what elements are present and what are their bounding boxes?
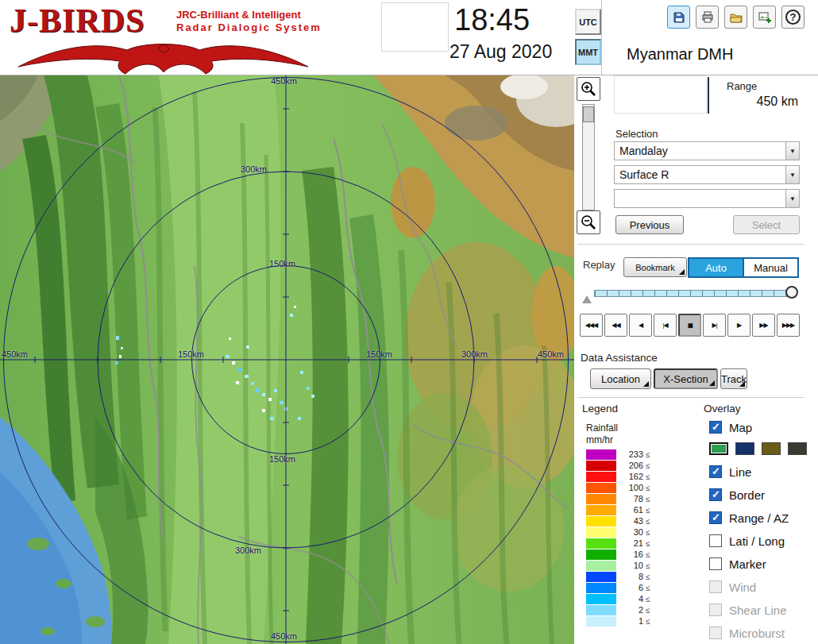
- clock-date: 27 Aug 2020: [450, 41, 552, 63]
- transport-button[interactable]: ▶|: [703, 314, 726, 337]
- zoom-out-button[interactable]: [577, 210, 600, 234]
- help-button[interactable]: ?: [781, 6, 804, 29]
- overlay-options: Map Line: [709, 419, 818, 644]
- terrain-map-image: [0, 75, 574, 644]
- legend-lte-symbol: ≤: [646, 495, 650, 503]
- legend-lte-symbol: ≤: [646, 539, 650, 548]
- data-assistance-button[interactable]: Location: [590, 368, 651, 389]
- chevron-down-icon[interactable]: [785, 166, 799, 183]
- previous-button[interactable]: Previous: [615, 215, 684, 234]
- transport-button[interactable]: ▶▶▶: [777, 314, 800, 337]
- auto-mode-button[interactable]: Auto: [689, 259, 743, 276]
- legend-unit-line2: mm/hr: [586, 434, 613, 445]
- dropdown[interactable]: Surface R: [614, 165, 800, 184]
- map-checkbox[interactable]: [709, 421, 722, 434]
- legend-value: 30: [623, 527, 643, 537]
- legend-color-swatch: [586, 583, 616, 593]
- help-icon: ?: [785, 10, 801, 25]
- overlay-item[interactable]: Line: [709, 464, 818, 480]
- export-image-button[interactable]: [753, 6, 776, 29]
- transport-button[interactable]: ◀: [629, 314, 652, 337]
- data-assistance-button[interactable]: Track: [720, 368, 747, 389]
- range-ring-label: 150km: [366, 349, 392, 359]
- chevron-down-icon[interactable]: [785, 142, 799, 160]
- overlay-item[interactable]: Marker: [709, 556, 818, 572]
- save-button[interactable]: [667, 6, 690, 29]
- manual-mode-button[interactable]: Manual: [743, 259, 797, 276]
- dropdown[interactable]: Mandalay: [614, 141, 800, 160]
- overlay-item[interactable]: Range / AZ: [709, 510, 818, 526]
- overlay-checkbox[interactable]: [709, 465, 722, 478]
- legend-color-swatch: [586, 461, 616, 471]
- overlay-checkbox[interactable]: [709, 580, 722, 593]
- overlay-item-label: Marker: [729, 557, 766, 571]
- legend-color-swatch: [586, 494, 616, 504]
- map-style-swatch[interactable]: [709, 442, 728, 455]
- range-display-box: [614, 75, 707, 114]
- legend-color-swatch: [586, 505, 616, 515]
- zoom-slider-thumb[interactable]: [583, 106, 594, 122]
- transport-button[interactable]: ◀◀◀: [580, 314, 603, 337]
- radar-map-viewport[interactable]: 450km 300km 150km 150km 300km 450km 450k…: [0, 75, 574, 644]
- range-ring-label: 450km: [271, 631, 297, 641]
- overlay-item[interactable]: Wind: [709, 579, 818, 595]
- overlay-item-list: Line Border Range / AZ Lati / Lo: [709, 464, 818, 641]
- range-ring-label: 450km: [538, 349, 564, 359]
- transport-button[interactable]: ▶: [727, 314, 750, 337]
- logo-subtitle-line1: JRC-Brilliant & Intelligent: [176, 9, 322, 21]
- transport-button[interactable]: ◀◀: [604, 314, 627, 337]
- overlay-item[interactable]: Border: [709, 487, 818, 503]
- map-style-swatch[interactable]: [735, 442, 754, 455]
- range-ring-label: 300km: [241, 164, 267, 174]
- overlay-checkbox[interactable]: [709, 488, 722, 501]
- overlay-checkbox[interactable]: [709, 627, 722, 639]
- utc-button[interactable]: UTC: [575, 9, 601, 35]
- zoom-in-button[interactable]: [577, 77, 600, 101]
- chevron-down-icon[interactable]: [785, 190, 799, 207]
- overlay-item-map[interactable]: Map: [709, 419, 818, 435]
- legend-color-swatch: [586, 616, 616, 627]
- overlay-item[interactable]: Lati / Long: [709, 533, 818, 549]
- legend-lte-symbol: ≤: [646, 461, 650, 470]
- mmt-button[interactable]: MMT: [575, 39, 601, 65]
- zoom-slider-track[interactable]: [582, 104, 595, 210]
- transport-button[interactable]: ■: [678, 314, 701, 337]
- clock-time: 18:45: [454, 3, 530, 37]
- open-folder-button[interactable]: [724, 6, 747, 29]
- jbirds-logo: J-BIRDS JRC-Brilliant & Intelligent Rada…: [8, 2, 377, 75]
- overlay-item-label: Map: [729, 421, 752, 434]
- control-panel: Range 450 km Selection Mandalay Surface …: [574, 75, 818, 644]
- timeline-start-marker[interactable]: [582, 295, 592, 303]
- export-image-icon: [758, 10, 772, 25]
- legend-lte-symbol: ≤: [646, 450, 650, 459]
- legend-value: 1: [623, 616, 643, 626]
- replay-timeline-track[interactable]: [594, 290, 795, 297]
- overlay-item[interactable]: Shear Line: [709, 602, 818, 618]
- overlay-checkbox[interactable]: [709, 511, 722, 524]
- overlay-item-label: Range / AZ: [729, 511, 789, 525]
- overlay-item-label: Wind: [729, 580, 756, 594]
- timeline-thumb[interactable]: [785, 286, 798, 299]
- transport-controls: ◀◀◀ ◀◀ ◀ |◀ ■ ▶| ▶ ▶▶ ▶▶▶: [580, 314, 800, 337]
- separator: [577, 244, 804, 245]
- range-ring-label: 150km: [178, 349, 204, 359]
- legend-color-swatch: [586, 594, 616, 604]
- bookmark-button[interactable]: Bookmark: [623, 257, 687, 277]
- range-ring-label: 300km: [235, 546, 261, 555]
- map-style-swatch[interactable]: [762, 442, 781, 455]
- overlay-checkbox[interactable]: [709, 604, 722, 616]
- select-button[interactable]: Select: [733, 215, 800, 234]
- map-style-swatch[interactable]: [788, 442, 807, 455]
- transport-button[interactable]: ▶▶: [752, 314, 775, 337]
- open-folder-icon: [729, 10, 743, 25]
- transport-button[interactable]: |◀: [654, 314, 677, 337]
- legend-row: 6 ≤: [586, 582, 650, 593]
- overlay-checkbox[interactable]: [709, 557, 722, 570]
- data-assistance-button[interactable]: X-Section: [654, 368, 718, 389]
- range-value: 450 km: [709, 94, 798, 109]
- legend-color-swatch: [586, 550, 616, 560]
- overlay-item[interactable]: Microburst: [709, 625, 818, 641]
- print-button[interactable]: [696, 6, 719, 29]
- overlay-checkbox[interactable]: [709, 534, 722, 547]
- dropdown[interactable]: [614, 189, 800, 208]
